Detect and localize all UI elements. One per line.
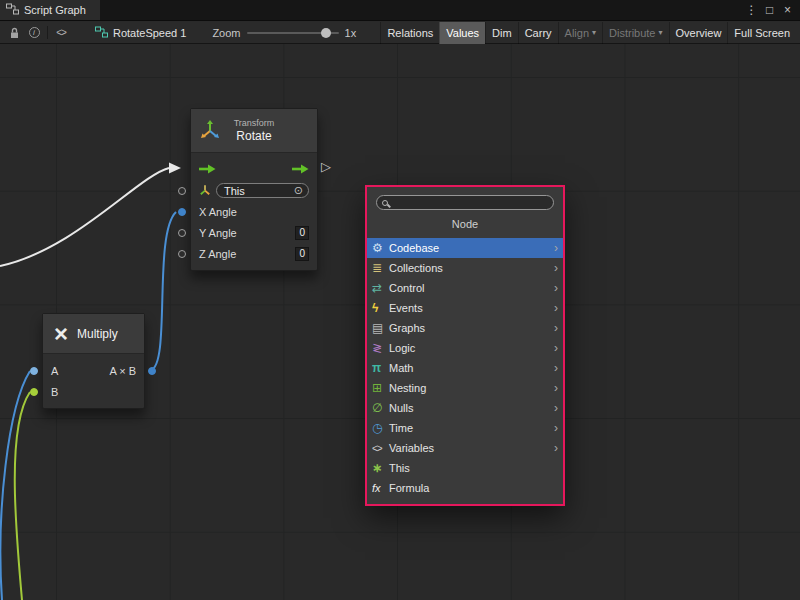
nulls-icon: ∅	[372, 401, 389, 415]
this-port[interactable]	[178, 187, 186, 195]
flow-output-port[interactable]	[292, 164, 309, 176]
flow-row	[191, 159, 317, 180]
nesting-icon: ⊞	[372, 381, 389, 395]
chevron-right-icon: ›	[554, 261, 558, 275]
events-icon: ϟ	[372, 301, 389, 315]
node-body: This ⊙ X Angle Y Angle 0 Z Angle 0	[191, 153, 317, 270]
this-icon: ∗	[372, 461, 389, 475]
finder-item-events[interactable]: ϟ Events ›	[367, 298, 563, 318]
node-body: A A × B B	[43, 354, 144, 408]
y-angle-port[interactable]	[178, 229, 186, 237]
chevron-down-icon: ▾	[592, 28, 596, 37]
wire-multiply-to-xangle[interactable]	[151, 212, 176, 370]
chevron-right-icon: ›	[554, 241, 558, 255]
finder-item-collections[interactable]: ≣ Collections ›	[367, 258, 563, 278]
finder-item-formula[interactable]: fx Formula	[367, 478, 563, 498]
x-angle-row: X Angle	[191, 201, 317, 222]
formula-icon: fx	[372, 482, 389, 494]
transform-rotate-node[interactable]: Transform Rotate	[190, 108, 318, 271]
carry-button[interactable]: Carry	[518, 22, 558, 44]
finder-item-this[interactable]: ∗ This	[367, 458, 563, 478]
align-button[interactable]: Align ▾	[558, 22, 602, 44]
codebase-icon: ⚙	[372, 241, 389, 255]
zoom-slider[interactable]	[247, 32, 339, 34]
graph-breadcrumb[interactable]: RotateSpeed 1	[95, 26, 186, 40]
full-screen-button[interactable]: Full Screen	[727, 22, 796, 44]
code-preview-icon[interactable]: <>	[51, 22, 71, 44]
chevron-right-icon: ›	[554, 281, 558, 295]
wire-control-input[interactable]	[0, 168, 169, 266]
finder-item-nesting[interactable]: ⊞ Nesting ›	[367, 378, 563, 398]
kebab-menu-icon[interactable]: ⋮	[744, 3, 759, 17]
dim-button[interactable]: Dim	[485, 22, 518, 44]
collections-icon: ≣	[372, 261, 389, 275]
node-header[interactable]: Transform Rotate	[191, 109, 317, 153]
graphs-icon: ▤	[372, 321, 389, 335]
node-search-input[interactable]	[393, 196, 548, 209]
flow-input-port[interactable]	[199, 164, 216, 176]
output-port[interactable]	[148, 367, 156, 375]
finder-item-nulls[interactable]: ∅ Nulls ›	[367, 398, 563, 418]
relations-button[interactable]: Relations	[380, 22, 439, 44]
chevron-right-icon: ›	[554, 381, 558, 395]
node-finder-popup: Node ⚙ Codebase › ≣ Collections › ⇄ Cont…	[365, 185, 565, 506]
multiply-node[interactable]: × Multiply A A × B B	[42, 313, 145, 409]
tab-script-graph[interactable]: Script Graph	[0, 0, 100, 20]
input-a-port[interactable]	[30, 367, 38, 375]
variables-icon: <>	[372, 443, 389, 454]
time-icon: ◷	[372, 421, 389, 435]
zoom-slider-knob[interactable]	[321, 28, 331, 38]
this-dropdown[interactable]: This ⊙	[216, 183, 309, 198]
input-b-row: B	[43, 381, 144, 402]
output-label: A × B	[109, 365, 136, 377]
script-graph-icon	[6, 3, 19, 17]
close-icon[interactable]: ×	[780, 3, 795, 17]
toolbar-separator	[47, 26, 48, 39]
chevron-right-icon: ›	[554, 321, 558, 335]
values-button[interactable]: Values	[439, 22, 485, 44]
y-angle-input[interactable]: 0	[295, 226, 309, 240]
this-row: This ⊙	[191, 180, 317, 201]
finder-item-codebase[interactable]: ⚙ Codebase ›	[367, 238, 563, 258]
chevron-right-icon: ›	[554, 421, 558, 435]
z-angle-input[interactable]: 0	[295, 247, 309, 261]
this-dropdown-value: This	[224, 185, 294, 197]
z-angle-label: Z Angle	[199, 248, 236, 260]
x-angle-port[interactable]	[178, 208, 186, 216]
graph-canvas[interactable]: Transform Rotate	[0, 44, 800, 600]
search-icon	[382, 200, 388, 206]
chevron-right-icon: ›	[554, 301, 558, 315]
window-controls: ⋮ □ ×	[744, 0, 800, 20]
finder-item-graphs[interactable]: ▤ Graphs ›	[367, 318, 563, 338]
control-icon: ⇄	[372, 281, 389, 295]
input-b-label: B	[51, 386, 58, 398]
node-search-field[interactable]	[376, 195, 554, 210]
z-angle-port[interactable]	[178, 250, 186, 258]
finder-item-control[interactable]: ⇄ Control ›	[367, 278, 563, 298]
unity-script-graph-window: Script Graph ⋮ □ × i <> RotateSpeed 1 Zo…	[0, 0, 800, 600]
input-b-port[interactable]	[30, 388, 38, 396]
input-a-row: A A × B	[43, 360, 144, 381]
graph-toolbar: i <> RotateSpeed 1 Zoom 1x Relations Val…	[0, 22, 800, 44]
y-angle-row: Y Angle 0	[191, 222, 317, 243]
logic-icon: ≷	[372, 341, 389, 355]
finder-item-variables[interactable]: <> Variables ›	[367, 438, 563, 458]
finder-item-time[interactable]: ◷ Time ›	[367, 418, 563, 438]
maximize-icon[interactable]: □	[762, 3, 777, 17]
distribute-button[interactable]: Distribute ▾	[602, 22, 668, 44]
overview-button[interactable]: Overview	[669, 22, 728, 44]
wire-to-input-b[interactable]	[15, 392, 30, 600]
zoom-value: 1x	[345, 27, 357, 39]
finder-item-math[interactable]: π Math ›	[367, 358, 563, 378]
node-header[interactable]: × Multiply	[43, 314, 144, 354]
finder-item-logic[interactable]: ≷ Logic ›	[367, 338, 563, 358]
toolbar-button-group: Relations Values Dim Carry Align ▾ Distr…	[380, 22, 796, 44]
tab-bar: Script Graph ⋮ □ ×	[0, 0, 800, 21]
flow-output-connector-icon[interactable]: ▷	[321, 160, 331, 174]
wire-arrowhead-icon	[169, 163, 181, 174]
z-angle-row: Z Angle 0	[191, 243, 317, 264]
lock-icon[interactable]	[4, 22, 24, 44]
zoom-label: Zoom	[212, 27, 240, 39]
info-icon[interactable]: i	[24, 22, 44, 44]
target-picker-icon[interactable]: ⊙	[294, 184, 303, 197]
